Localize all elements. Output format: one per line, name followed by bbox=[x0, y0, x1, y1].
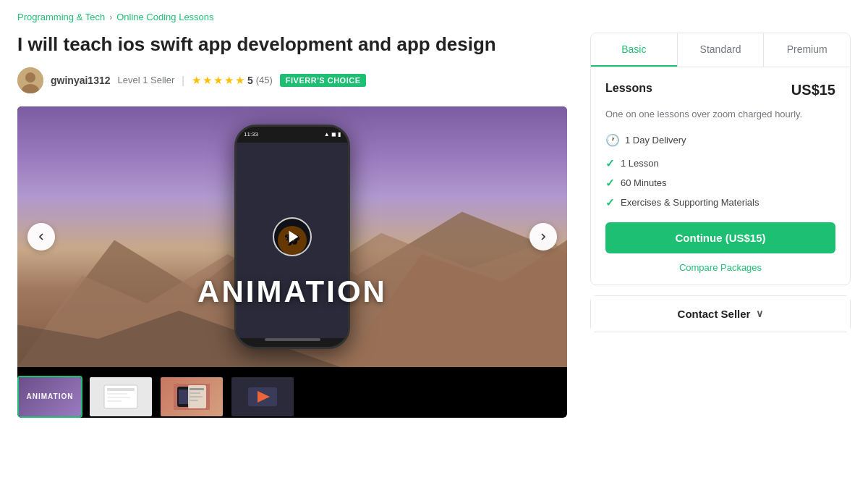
package-description: One on one lessons over zoom charged hou… bbox=[605, 107, 835, 122]
star-5: ★ bbox=[235, 74, 244, 87]
package-price: US$15 bbox=[791, 82, 835, 98]
thumbnail-2-label bbox=[90, 377, 152, 416]
right-column: Basic Standard Premium Lessons US$15 One… bbox=[590, 33, 851, 332]
thumbnail-1[interactable]: ANIMATION bbox=[17, 376, 82, 418]
thumbnail-2[interactable] bbox=[88, 376, 153, 418]
left-column: I will teach ios swift app development a… bbox=[17, 33, 567, 418]
thumbnail-1-label: ANIMATION bbox=[19, 377, 81, 416]
phone-home-bar bbox=[265, 338, 320, 341]
continue-button[interactable]: Continue (US$15) bbox=[605, 222, 835, 253]
feature-label-1: 1 Lesson bbox=[621, 158, 659, 169]
clock-icon: 🕐 bbox=[605, 133, 620, 147]
svg-point-1 bbox=[25, 72, 35, 83]
svg-rect-19 bbox=[190, 396, 203, 397]
check-icon-1: ✓ bbox=[605, 157, 615, 170]
feature-list: ✓ 1 Lesson ✓ 60 Minutes ✓ Exercises & Su… bbox=[605, 157, 835, 209]
media-main: 11:33 ▲ ◼ ▮ 🐿 ANIMATION bbox=[17, 106, 567, 367]
avatar bbox=[17, 67, 43, 93]
star-rating: ★ ★ ★ ★ ★ 5 (45) bbox=[192, 74, 273, 87]
tab-basic[interactable]: Basic bbox=[591, 33, 677, 67]
phone-status-bar: 11:33 ▲ ◼ ▮ bbox=[237, 127, 348, 143]
rating-number: 5 bbox=[247, 75, 253, 86]
price-row: Lessons US$15 bbox=[605, 82, 835, 98]
prev-arrow[interactable] bbox=[27, 223, 55, 251]
check-icon-2: ✓ bbox=[605, 177, 615, 190]
chevron-right-icon bbox=[537, 231, 549, 243]
package-name: Lessons bbox=[605, 82, 652, 95]
feature-item-3: ✓ Exercises & Supporting Materials bbox=[605, 196, 835, 209]
thumbnail-3-label bbox=[161, 377, 223, 416]
star-2: ★ bbox=[203, 74, 212, 87]
svg-rect-15 bbox=[179, 390, 189, 404]
play-button[interactable] bbox=[273, 217, 312, 256]
thumbnail-4[interactable] bbox=[230, 376, 295, 418]
tab-standard[interactable]: Standard bbox=[678, 33, 764, 67]
phone-time: 11:33 bbox=[244, 131, 258, 138]
seller-level: Level 1 Seller bbox=[118, 75, 175, 85]
feature-label-3: Exercises & Supporting Materials bbox=[621, 197, 759, 208]
chevron-left-icon bbox=[35, 231, 47, 243]
package-tabs: Basic Standard Premium bbox=[591, 33, 850, 67]
feature-item-2: ✓ 60 Minutes bbox=[605, 177, 835, 190]
svg-rect-11 bbox=[107, 397, 130, 398]
breadcrumb-separator: › bbox=[109, 12, 112, 22]
svg-rect-20 bbox=[190, 400, 198, 401]
svg-rect-9 bbox=[107, 388, 135, 391]
package-body: Lessons US$15 One on one lessons over zo… bbox=[591, 67, 850, 285]
thumbnail-strip: ANIMATION bbox=[17, 376, 567, 418]
fiverrs-choice-badge: FIVERR'S CHOICE bbox=[280, 74, 367, 87]
svg-rect-12 bbox=[107, 400, 122, 402]
chevron-down-icon: ∨ bbox=[756, 308, 763, 319]
seller-row: gwinyai1312 Level 1 Seller | ★ ★ ★ ★ ★ 5… bbox=[17, 67, 567, 93]
next-arrow[interactable] bbox=[529, 223, 557, 251]
svg-rect-17 bbox=[190, 388, 204, 390]
breadcrumb: Programming & Tech › Online Coding Lesso… bbox=[17, 12, 851, 22]
star-4: ★ bbox=[224, 74, 234, 87]
star-3: ★ bbox=[213, 74, 223, 87]
thumbnail-3[interactable] bbox=[159, 376, 224, 418]
media-container: 11:33 ▲ ◼ ▮ 🐿 ANIMATION bbox=[17, 106, 567, 418]
animation-label: ANIMATION bbox=[197, 274, 387, 309]
tab-premium[interactable]: Premium bbox=[764, 33, 850, 67]
svg-marker-7 bbox=[289, 231, 298, 243]
compare-packages-link[interactable]: Compare Packages bbox=[605, 262, 835, 273]
contact-card: Contact Seller ∨ bbox=[590, 295, 851, 332]
contact-seller-button[interactable]: Contact Seller ∨ bbox=[591, 296, 850, 332]
breadcrumb-parent[interactable]: Programming & Tech bbox=[17, 12, 105, 22]
feature-item-1: ✓ 1 Lesson bbox=[605, 157, 835, 170]
gig-title: I will teach ios swift app development a… bbox=[17, 33, 567, 57]
contact-label: Contact Seller bbox=[678, 308, 751, 320]
thumbnail-4-label bbox=[231, 377, 294, 416]
seller-name[interactable]: gwinyai1312 bbox=[51, 75, 111, 86]
svg-rect-10 bbox=[107, 393, 127, 395]
package-card: Basic Standard Premium Lessons US$15 One… bbox=[590, 33, 851, 285]
feature-label-2: 60 Minutes bbox=[621, 177, 667, 188]
star-1: ★ bbox=[192, 74, 201, 87]
phone-status-icons: ▲ ◼ ▮ bbox=[324, 131, 341, 138]
check-icon-3: ✓ bbox=[605, 196, 615, 209]
delivery-text: 1 Day Delivery bbox=[625, 135, 686, 146]
delivery-row: 🕐 1 Day Delivery bbox=[605, 133, 835, 147]
svg-rect-18 bbox=[190, 392, 200, 394]
seller-divider: | bbox=[182, 75, 184, 86]
review-count: (45) bbox=[256, 75, 273, 85]
breadcrumb-child[interactable]: Online Coding Lessons bbox=[116, 12, 213, 22]
